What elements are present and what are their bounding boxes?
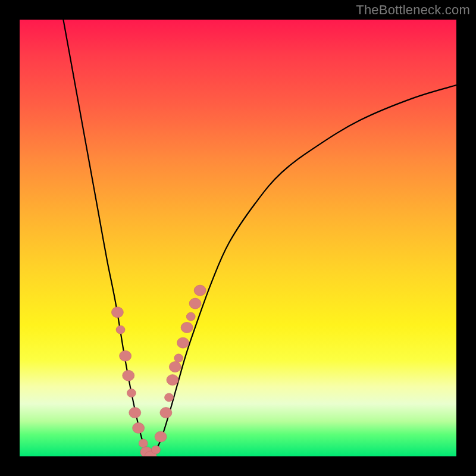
marker-dot [129,408,141,418]
marker-dot [139,439,148,447]
marker-dot [194,285,206,296]
marker-dot [181,322,193,333]
watermark-text: TheBottleneck.com [356,2,470,18]
marker-dot [111,307,123,318]
marker-dot [160,408,172,418]
right-branch-curve [151,85,456,456]
marker-dot [189,298,201,309]
marker-dot [155,431,167,442]
marker-dot [174,354,183,362]
marker-dot [177,337,189,348]
left-branch-curve [63,20,151,456]
marker-dot [123,370,134,381]
marker-dot [152,446,161,454]
marker-dot [120,350,131,361]
curve-layer [20,20,456,456]
marker-dot [169,362,181,372]
marker-dot [186,312,195,321]
marker-dot [133,422,145,433]
chart-frame: TheBottleneck.com [0,0,476,476]
marker-group [111,285,206,456]
marker-dot [165,393,174,402]
marker-dot [127,389,136,397]
marker-dot [116,325,125,334]
marker-dot [167,375,178,386]
plot-area [20,20,456,456]
